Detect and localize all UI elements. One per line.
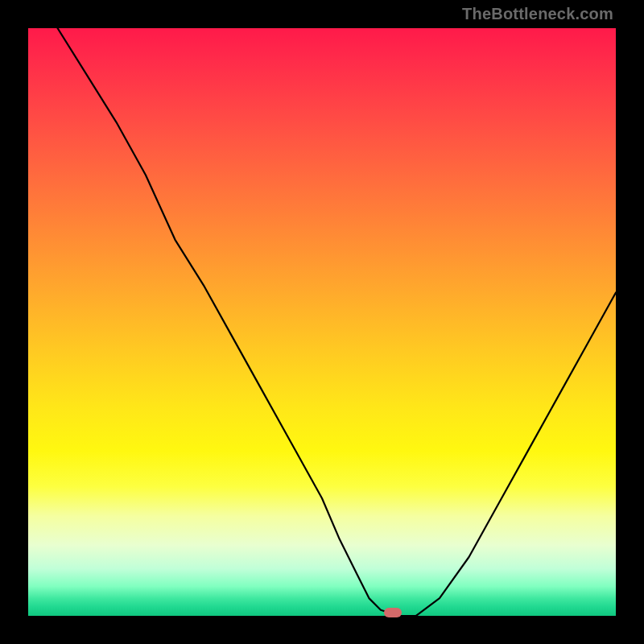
- bottleneck-curve: [28, 28, 616, 616]
- plot-area: [28, 28, 616, 616]
- optimal-marker: [384, 608, 402, 617]
- watermark-text: TheBottleneck.com: [462, 5, 613, 23]
- chart-container: TheBottleneck.com: [0, 0, 644, 644]
